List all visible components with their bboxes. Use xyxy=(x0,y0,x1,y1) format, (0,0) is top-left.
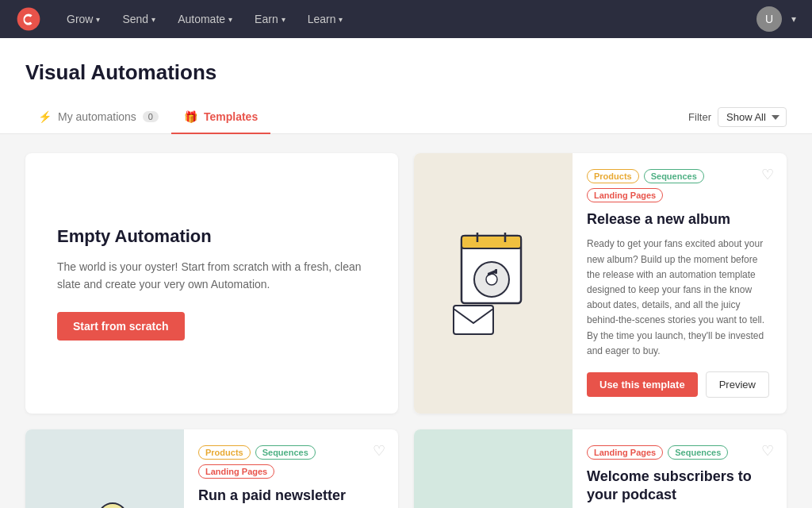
empty-automation-card: Empty Automation The world is your oyste… xyxy=(25,153,398,414)
tag-landing-newsletter: Landing Pages xyxy=(198,464,274,479)
tabs-bar: ⚡ My automations 0 🎁 Templates Filter Sh… xyxy=(0,101,812,134)
nav-item-earn[interactable]: Earn▾ xyxy=(245,8,295,30)
empty-card-title: Empty Automation xyxy=(57,226,366,247)
page-header: Visual Automations xyxy=(0,38,812,85)
nav-label-grow: Grow xyxy=(67,13,93,25)
preview-album-button[interactable]: Preview xyxy=(706,371,769,398)
podcast-illustration xyxy=(414,429,573,508)
start-from-scratch-button[interactable]: Start from scratch xyxy=(57,312,185,341)
empty-card-desc: The world is your oyster! Start from scr… xyxy=(57,258,366,294)
tag-sequences: Sequences xyxy=(644,169,704,183)
tab-templates[interactable]: 🎁 Templates xyxy=(171,101,270,134)
favorite-newsletter-icon[interactable]: ♡ xyxy=(373,442,385,460)
svg-rect-8 xyxy=(454,306,493,334)
nav-item-automate[interactable]: Automate▾ xyxy=(168,8,242,30)
svg-rect-2 xyxy=(462,236,521,248)
album-card-actions: Use this template Preview xyxy=(587,371,771,398)
favorite-album-icon[interactable]: ♡ xyxy=(761,166,774,183)
template-card-podcast: ♡ Landing Pages Sequences Welcome subscr… xyxy=(414,429,787,508)
svg-point-10 xyxy=(98,503,127,508)
page-content: Visual Automations ⚡ My automations 0 🎁 … xyxy=(0,38,812,508)
template-card-release-album: ♡ Products Sequences Landing Pages Relea… xyxy=(414,153,787,414)
nav-item-learn[interactable]: Learn▾ xyxy=(298,8,353,30)
use-template-album-button[interactable]: Use this template xyxy=(587,372,698,397)
newsletter-illustration: $ ♪ NEW xyxy=(25,429,184,508)
template-card-newsletter: $ ♪ NEW xyxy=(25,429,398,508)
template-body-album: ♡ Products Sequences Landing Pages Relea… xyxy=(573,153,787,414)
tag-landing-podcast: Landing Pages xyxy=(587,445,663,460)
album-tags: Products Sequences Landing Pages xyxy=(587,169,771,202)
tag-products: Products xyxy=(587,169,639,183)
nav-chevron-grow-icon: ▾ xyxy=(96,15,100,24)
filter-row: Filter Show All xyxy=(688,107,787,127)
nav-label-automate: Automate xyxy=(178,13,225,25)
newsletter-tags: Products Sequences Landing Pages xyxy=(198,445,382,479)
tag-sequences-podcast: Sequences xyxy=(668,445,728,460)
album-card-desc: Ready to get your fans excited about you… xyxy=(587,237,771,359)
filter-select[interactable]: Show All xyxy=(718,107,787,127)
svg-point-0 xyxy=(17,8,40,31)
lightning-icon: ⚡ xyxy=(38,110,52,123)
nav-label-send: Send xyxy=(122,13,148,25)
nav-item-send[interactable]: Send▾ xyxy=(113,8,165,30)
user-avatar[interactable]: U xyxy=(756,6,782,32)
nav-chevron-send-icon: ▾ xyxy=(151,15,155,24)
navbar: Grow▾Send▾Automate▾Earn▾Learn▾ U ▾ xyxy=(0,0,812,38)
page-title: Visual Automations xyxy=(25,60,787,85)
tab-templates-label: Templates xyxy=(204,110,258,123)
cards-top-row: Empty Automation The world is your oyste… xyxy=(25,153,787,414)
template-image-newsletter: $ ♪ NEW xyxy=(25,429,184,508)
album-illustration xyxy=(414,153,573,414)
podcast-card-title: Welcome subscribers to your podcast xyxy=(587,468,771,505)
templates-icon: 🎁 xyxy=(184,110,197,123)
favorite-podcast-icon[interactable]: ♡ xyxy=(761,442,774,460)
template-body-podcast: ♡ Landing Pages Sequences Welcome subscr… xyxy=(573,429,787,508)
template-image-podcast xyxy=(414,429,573,508)
avatar-chevron-icon[interactable]: ▾ xyxy=(791,13,796,25)
template-image-album xyxy=(414,153,573,414)
tab-my-automations[interactable]: ⚡ My automations 0 xyxy=(25,101,171,134)
tag-sequences-newsletter: Sequences xyxy=(255,445,316,460)
template-body-newsletter: ♡ Products Sequences Landing Pages Run a… xyxy=(184,429,398,508)
content-area: Empty Automation The world is your oyste… xyxy=(0,134,812,508)
nav-label-earn: Earn xyxy=(255,13,278,25)
logo-icon[interactable] xyxy=(16,6,41,32)
cards-bottom-row: $ ♪ NEW xyxy=(25,429,787,508)
nav-chevron-learn-icon: ▾ xyxy=(339,15,343,24)
nav-chevron-automate-icon: ▾ xyxy=(228,15,232,24)
tag-landing-pages: Landing Pages xyxy=(587,188,663,202)
newsletter-card-title: Run a paid newsletter xyxy=(198,487,382,505)
album-card-title: Release a new album xyxy=(587,210,771,229)
nav-item-grow[interactable]: Grow▾ xyxy=(57,8,109,30)
nav-label-learn: Learn xyxy=(308,13,336,25)
podcast-tags: Landing Pages Sequences xyxy=(587,445,771,460)
tab-my-automations-label: My automations xyxy=(58,110,136,123)
svg-rect-7 xyxy=(495,269,497,274)
filter-label: Filter xyxy=(688,111,711,123)
nav-chevron-earn-icon: ▾ xyxy=(282,15,285,24)
tag-products-newsletter: Products xyxy=(198,445,251,460)
tab-badge: 0 xyxy=(143,111,159,122)
